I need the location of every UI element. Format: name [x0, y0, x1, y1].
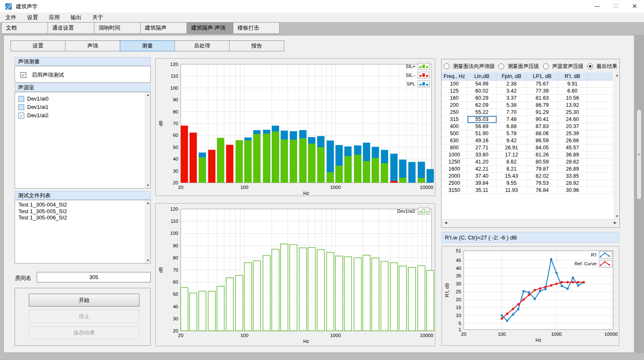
table-cell[interactable]: 39.84 — [467, 180, 497, 187]
table-header-cell[interactable]: LIn,dB — [467, 73, 497, 81]
radio-button[interactable] — [498, 63, 504, 69]
table-cell[interactable]: 77.39 — [527, 88, 558, 95]
table-cell[interactable]: 26.89 — [558, 166, 587, 173]
table-cell[interactable]: 5.78 — [497, 130, 527, 137]
table-cell[interactable]: 3.42 — [497, 88, 527, 95]
table-cell[interactable]: 13.92 — [558, 102, 587, 109]
table-cell[interactable]: 9.42 — [497, 137, 527, 144]
table-header-cell[interactable]: R'I, dB — [558, 73, 587, 81]
table-cell[interactable]: 10.56 — [558, 95, 587, 102]
scroll-up-icon[interactable]: ▲ — [145, 200, 151, 206]
room-name-input[interactable] — [37, 272, 151, 282]
table-cell[interactable] — [587, 159, 613, 166]
table-cell[interactable]: 56.69 — [467, 123, 497, 130]
table-cell[interactable]: 55.03 — [467, 116, 497, 123]
table-cell[interactable]: 25.30 — [558, 109, 587, 116]
table-cell[interactable]: 26.66 — [558, 137, 587, 144]
table-cell[interactable] — [587, 88, 613, 95]
table-header-cell[interactable]: FpIn, dB — [497, 73, 527, 81]
minimize-button[interactable]: — — [588, 0, 606, 13]
radio-option-1[interactable]: 测量面声压级 — [498, 63, 539, 70]
subtab-1[interactable]: 声强 — [65, 40, 120, 51]
table-cell[interactable]: 630 — [442, 137, 467, 144]
table-cell[interactable]: 3.37 — [497, 95, 527, 102]
table-cell[interactable]: 15.43 — [497, 173, 527, 180]
radio-button[interactable] — [444, 63, 450, 69]
table-cell[interactable] — [587, 180, 613, 187]
table-cell[interactable] — [587, 102, 613, 109]
table-cell[interactable] — [587, 173, 613, 180]
table-cell[interactable]: 76.84 — [527, 187, 558, 194]
table-cell[interactable]: 25.39 — [558, 130, 587, 137]
table-cell[interactable]: 45.57 — [558, 144, 587, 151]
channel-checkbox[interactable]: ✓ — [18, 113, 24, 118]
table-cell[interactable]: 6.88 — [497, 123, 527, 130]
table-cell[interactable]: 2000 — [442, 173, 467, 180]
table-cell[interactable]: 315 — [442, 116, 467, 123]
table-cell[interactable]: 35.11 — [467, 187, 497, 194]
scroll-right-icon[interactable]: ► — [612, 219, 619, 226]
scroll-down-icon[interactable]: ▼ — [145, 258, 151, 263]
table-cell[interactable]: 9.55 — [497, 180, 527, 187]
table-cell[interactable]: 51.90 — [467, 130, 497, 137]
subtab-3[interactable]: 后处理 — [174, 40, 230, 51]
table-cell[interactable]: 8.62 — [497, 159, 527, 166]
menu-item-2[interactable]: 应用 — [43, 13, 65, 22]
table-cell[interactable] — [587, 137, 613, 144]
subtab-0[interactable]: 设置 — [10, 40, 66, 51]
table-cell[interactable]: 27.71 — [467, 144, 497, 151]
file-list-scrollbar[interactable]: ▲ ▼ — [145, 200, 150, 263]
subtab-2[interactable]: 测量 — [120, 40, 175, 51]
channel-item[interactable]: ✓Dev1/ai2 — [15, 111, 150, 119]
table-cell[interactable]: 55.22 — [467, 109, 497, 116]
table-cell[interactable]: 60.02 — [467, 88, 497, 95]
table-cell[interactable]: 87.83 — [527, 123, 558, 130]
tab-2[interactable]: 混响时间 — [94, 22, 141, 34]
channel-item[interactable]: Dev1/ai0 — [15, 94, 150, 103]
table-cell[interactable]: 24.60 — [558, 116, 587, 123]
scroll-up-icon[interactable]: ▲ — [145, 92, 151, 98]
table-cell[interactable]: 36.89 — [558, 151, 587, 159]
tab-3[interactable]: 建筑隔声 — [140, 22, 187, 34]
tab-5[interactable]: 楼板打击 — [233, 22, 280, 34]
table-cell[interactable]: 3150 — [442, 187, 467, 194]
table-cell[interactable]: 54.99 — [467, 81, 497, 88]
table-cell[interactable]: 84.05 — [527, 144, 558, 151]
table-cell[interactable] — [587, 95, 613, 102]
table-cell[interactable]: 42.21 — [467, 166, 497, 173]
table-cell[interactable] — [587, 166, 613, 173]
table-cell[interactable] — [587, 123, 613, 130]
table-cell[interactable]: 125 — [442, 88, 467, 95]
scroll-left-icon[interactable]: ◄ — [442, 219, 449, 226]
channel-checkbox[interactable] — [18, 96, 24, 102]
table-cell[interactable]: 37.40 — [467, 173, 497, 180]
enable-si-test-checkbox[interactable]: ✓ — [20, 72, 26, 78]
radio-option-3[interactable]: 最后结果 — [587, 63, 617, 70]
table-cell[interactable] — [587, 144, 613, 151]
table-cell[interactable] — [587, 81, 613, 88]
menu-item-3[interactable]: 输出 — [65, 13, 87, 22]
table-cell[interactable]: 81.26 — [527, 151, 558, 159]
scroll-down-icon[interactable]: ▼ — [145, 183, 151, 188]
table-cell[interactable]: 79.87 — [527, 166, 558, 173]
table-cell[interactable]: 90.41 — [527, 116, 558, 123]
collapse-panel-handle[interactable]: < — [637, 110, 641, 199]
table-cell[interactable]: 500 — [442, 130, 467, 137]
radio-button[interactable] — [543, 63, 549, 69]
table-cell[interactable]: 5.38 — [497, 102, 527, 109]
radio-option-0[interactable]: 测量面法向声强级 — [444, 63, 495, 70]
table-cell[interactable]: 28.62 — [558, 159, 587, 166]
table-cell[interactable]: 6.60 — [558, 88, 587, 95]
table-cell[interactable]: 20.37 — [558, 123, 587, 130]
scroll-down-icon[interactable]: ▼ — [614, 214, 620, 219]
table-cell[interactable]: 200 — [442, 102, 467, 109]
subtab-4[interactable]: 报告 — [229, 40, 284, 51]
radio-button[interactable] — [587, 63, 593, 69]
table-horizontal-scrollbar[interactable]: ◄ ► — [442, 219, 619, 226]
scroll-up-icon[interactable]: ▲ — [614, 73, 620, 78]
table-cell[interactable]: 33.85 — [558, 173, 587, 180]
table-cell[interactable]: 33.60 — [467, 151, 497, 159]
channel-item[interactable]: Dev1/ai1 — [15, 103, 150, 111]
table-header-cell[interactable]: Freq., Hz — [442, 73, 467, 81]
test-file-item[interactable]: Test 1_305-006_SI2 — [15, 214, 150, 221]
